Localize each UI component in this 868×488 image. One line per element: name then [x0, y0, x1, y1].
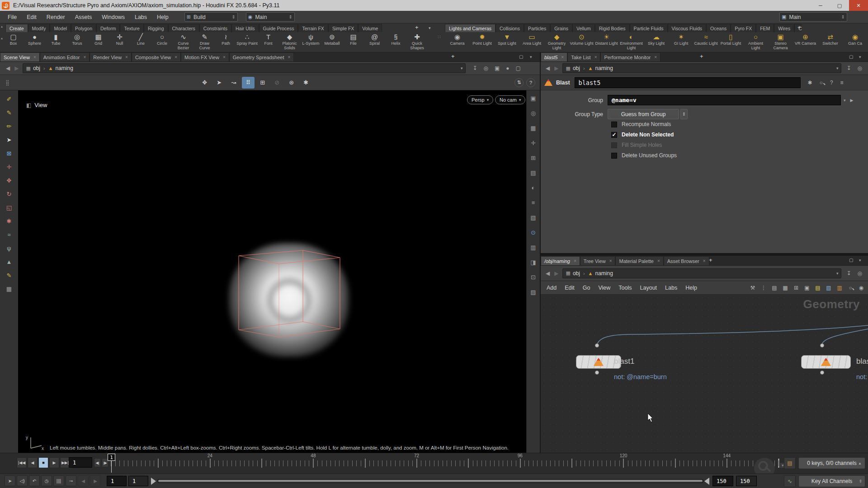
shelf-tool[interactable]: ◎ Torus	[66, 32, 88, 52]
pane-tab[interactable]: Composite View ×	[132, 52, 181, 61]
shelf-tool[interactable]: ✹ Point Light	[470, 32, 495, 52]
shelf-tool[interactable]: ✛ Null	[109, 32, 130, 52]
nav-forward-icon[interactable]: ▶	[552, 65, 561, 71]
step-button[interactable]: ◀|	[94, 458, 101, 467]
node-output-dot[interactable]	[595, 371, 599, 375]
network-menu-item[interactable]: View	[594, 285, 614, 291]
shelf-tool[interactable]: ✚ Quick Shapes	[406, 32, 428, 52]
pane-tab[interactable]: Take List ×	[567, 52, 600, 61]
shelf-tab[interactable]: Texture	[120, 24, 143, 32]
viewport-tool-icon[interactable]: ✛	[4, 163, 14, 171]
pane-tab[interactable]: Material Palette ×	[615, 256, 663, 265]
shelf-tool[interactable]: § Helix	[385, 32, 406, 52]
pathbar-icon[interactable]: ↧	[843, 270, 854, 277]
shelf-tool[interactable]: ⇄ Switcher	[818, 32, 843, 52]
shelf-tool[interactable]: ▦ Grid	[88, 32, 109, 52]
transport-button[interactable]: |◀◀	[17, 457, 27, 468]
shelf-scroll-icon[interactable]: ▴	[1, 24, 3, 28]
viewport-display-toggle-icon[interactable]: ⊞	[528, 154, 538, 162]
frame-ruler[interactable]: 24487296120144 1	[107, 453, 779, 473]
window-button[interactable]: ▢	[830, 0, 849, 11]
shelf-tool[interactable]: ψ L-System	[300, 32, 321, 52]
range-start-field[interactable]: 1	[107, 476, 127, 486]
menu-item[interactable]: Assets	[70, 11, 97, 23]
shelf-tool[interactable]: ▣ Stereo Camera	[768, 32, 793, 52]
add-pane-tab-button[interactable]: +	[696, 53, 707, 60]
range-end-sub-field[interactable]: 150	[736, 476, 757, 486]
field-dropdown-icon[interactable]: ▾	[844, 98, 846, 103]
pathbar-icon[interactable]: ◎	[854, 270, 865, 277]
network-toolbar-icon[interactable]: ○	[845, 285, 855, 291]
network-toolbar-icon[interactable]: ▣	[802, 285, 812, 291]
scoped-channels-icon[interactable]: ▤	[784, 457, 796, 469]
viewport-display-toggle-icon[interactable]: ◨	[528, 258, 538, 267]
parm-action-icon[interactable]: ▶	[850, 98, 854, 103]
shelf-tab[interactable]: Particle Fluids	[630, 24, 668, 32]
shelf-tool[interactable]: ◐ Environment Light	[619, 32, 644, 52]
drag-handle-icon[interactable]: ⣿	[5, 80, 9, 86]
transport-button[interactable]: ◀	[28, 457, 38, 468]
shelf-tab[interactable]: Create	[5, 24, 28, 32]
shelf-tab[interactable]: Characters	[168, 24, 199, 32]
network-toolbar-icon[interactable]: ▥	[835, 285, 844, 291]
path-field[interactable]: ▦ obj › ▲ naming ▾	[562, 63, 841, 73]
viewport-display-toggle-icon[interactable]: ◎	[528, 109, 538, 117]
shelf-tab[interactable]: Wires	[774, 24, 794, 32]
checkbox[interactable]: ✓	[611, 132, 617, 138]
pane-maximize-icon[interactable]: ▢	[849, 258, 853, 263]
shelf-tool[interactable]: ∿ Curve Bezier	[173, 32, 194, 52]
viewport-tool-icon[interactable]: ➤	[4, 136, 14, 144]
close-icon[interactable]: ×	[609, 258, 612, 263]
shelf-tab[interactable]: Rigid Bodies	[595, 24, 630, 32]
playback-range-slider[interactable]	[157, 479, 703, 483]
toolbar-icon[interactable]: ➤	[213, 77, 226, 89]
toolbar-icon[interactable]: ⠿	[242, 77, 255, 89]
shelf-tab[interactable]: Oceans	[706, 24, 731, 32]
network-toolbar-icon[interactable]: ⚒	[748, 285, 758, 291]
nav-forward-icon[interactable]: ▶	[12, 65, 21, 71]
shelf-tool[interactable]: ▯ Portal Light	[718, 32, 743, 52]
playbar-icon[interactable]: ➤	[5, 475, 15, 486]
close-icon[interactable]: ×	[125, 55, 128, 60]
node-input-dot[interactable]	[820, 343, 824, 347]
playbar-icon[interactable]: ⊸	[66, 475, 76, 486]
pane-maximize-icon[interactable]: ▢	[519, 54, 523, 59]
node-input-dot[interactable]	[595, 343, 599, 347]
shelf-tab[interactable]: Simple FX	[328, 24, 358, 32]
pathbar-icon[interactable]: ↧	[843, 65, 854, 71]
viewport-display-toggle-icon[interactable]: ✛	[528, 139, 538, 147]
viewport-tool-icon[interactable]: ⊠	[4, 149, 14, 158]
group-type-dropdown[interactable]: Guess from Group	[608, 109, 679, 119]
network-toolbar-icon[interactable]: ▧	[824, 285, 834, 291]
shelf-tab[interactable]: Vellum	[572, 24, 595, 32]
shelf-tool[interactable]: ☁ Sky Light	[644, 32, 669, 52]
shelf-tool[interactable]: ≈ Caustic Light	[693, 32, 718, 52]
close-icon[interactable]: ×	[33, 55, 36, 60]
checkbox-row[interactable]: ✓ Delete Non Selected	[611, 131, 677, 138]
range-left-handle[interactable]	[151, 478, 156, 485]
close-icon[interactable]: ×	[574, 258, 576, 263]
pathbar-icon[interactable]: ▢	[513, 65, 524, 71]
header-icon[interactable]: ✱	[804, 80, 816, 86]
shelf-tool[interactable]: ☀ Distant Light	[594, 32, 619, 52]
playbar-icon[interactable]: ◁)	[17, 475, 28, 486]
shelf-tab[interactable]: Grains	[550, 24, 572, 32]
menu-item[interactable]: Render	[42, 11, 70, 23]
checkbox[interactable]: ✓	[611, 142, 617, 148]
nav-back-icon[interactable]: ◀	[4, 65, 12, 71]
build-desktop-selector[interactable]: ⊞ Build ⇕	[184, 12, 238, 22]
path-dropdown-icon[interactable]: ▾	[836, 66, 839, 70]
network-menu-item[interactable]: Edit	[561, 285, 579, 291]
network-menu-item[interactable]: Add	[542, 285, 561, 291]
animation-options-icon[interactable]: ∿	[784, 475, 796, 487]
shelf-tab[interactable]: Polygon	[71, 24, 96, 32]
menu-item[interactable]: Edit	[22, 11, 42, 23]
shelf-tab[interactable]: Model	[50, 24, 71, 32]
network-menu-item[interactable]: Labs	[661, 285, 681, 291]
network-toolbar-icon[interactable]: ▦	[780, 285, 790, 291]
perspective-selector[interactable]: Persp ▾	[467, 95, 493, 104]
transport-button[interactable]: ■	[38, 457, 48, 468]
add-pane-tab-button[interactable]: +	[705, 257, 716, 263]
breadcrumb-naming[interactable]: ▲ naming	[588, 65, 613, 71]
camera-selector[interactable]: No cam ▾	[495, 95, 525, 104]
